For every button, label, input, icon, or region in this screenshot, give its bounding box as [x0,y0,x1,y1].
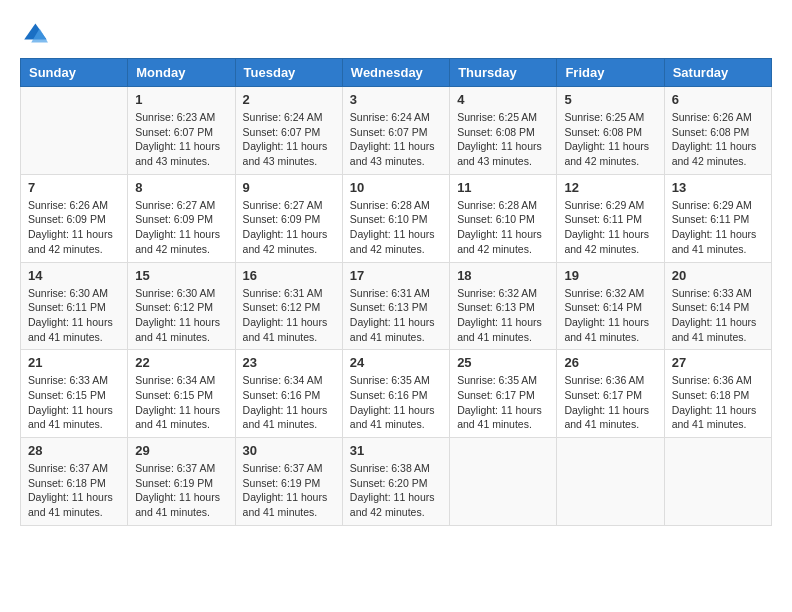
day-info: Sunrise: 6:34 AMSunset: 6:16 PMDaylight:… [243,373,335,432]
day-number: 17 [350,268,442,283]
day-info: Sunrise: 6:31 AMSunset: 6:12 PMDaylight:… [243,286,335,345]
day-info: Sunrise: 6:28 AMSunset: 6:10 PMDaylight:… [350,198,442,257]
calendar-cell: 12 Sunrise: 6:29 AMSunset: 6:11 PMDaylig… [557,174,664,262]
header-row: SundayMondayTuesdayWednesdayThursdayFrid… [21,59,772,87]
day-number: 23 [243,355,335,370]
calendar-cell: 6 Sunrise: 6:26 AMSunset: 6:08 PMDayligh… [664,87,771,175]
calendar-cell: 2 Sunrise: 6:24 AMSunset: 6:07 PMDayligh… [235,87,342,175]
day-number: 9 [243,180,335,195]
day-info: Sunrise: 6:33 AMSunset: 6:14 PMDaylight:… [672,286,764,345]
week-row-5: 28 Sunrise: 6:37 AMSunset: 6:18 PMDaylig… [21,438,772,526]
day-number: 3 [350,92,442,107]
day-info: Sunrise: 6:37 AMSunset: 6:19 PMDaylight:… [243,461,335,520]
calendar-cell: 4 Sunrise: 6:25 AMSunset: 6:08 PMDayligh… [450,87,557,175]
week-row-1: 1 Sunrise: 6:23 AMSunset: 6:07 PMDayligh… [21,87,772,175]
calendar-cell: 20 Sunrise: 6:33 AMSunset: 6:14 PMDaylig… [664,262,771,350]
day-info: Sunrise: 6:25 AMSunset: 6:08 PMDaylight:… [564,110,656,169]
calendar-cell: 5 Sunrise: 6:25 AMSunset: 6:08 PMDayligh… [557,87,664,175]
calendar-table: SundayMondayTuesdayWednesdayThursdayFrid… [20,58,772,526]
day-number: 30 [243,443,335,458]
day-number: 19 [564,268,656,283]
day-number: 20 [672,268,764,283]
calendar-cell: 25 Sunrise: 6:35 AMSunset: 6:17 PMDaylig… [450,350,557,438]
calendar-cell: 9 Sunrise: 6:27 AMSunset: 6:09 PMDayligh… [235,174,342,262]
day-number: 26 [564,355,656,370]
day-info: Sunrise: 6:25 AMSunset: 6:08 PMDaylight:… [457,110,549,169]
day-info: Sunrise: 6:28 AMSunset: 6:10 PMDaylight:… [457,198,549,257]
calendar-cell: 29 Sunrise: 6:37 AMSunset: 6:19 PMDaylig… [128,438,235,526]
day-info: Sunrise: 6:23 AMSunset: 6:07 PMDaylight:… [135,110,227,169]
day-number: 29 [135,443,227,458]
day-info: Sunrise: 6:26 AMSunset: 6:08 PMDaylight:… [672,110,764,169]
calendar-cell: 7 Sunrise: 6:26 AMSunset: 6:09 PMDayligh… [21,174,128,262]
day-number: 7 [28,180,120,195]
calendar-cell: 19 Sunrise: 6:32 AMSunset: 6:14 PMDaylig… [557,262,664,350]
calendar-cell: 16 Sunrise: 6:31 AMSunset: 6:12 PMDaylig… [235,262,342,350]
day-info: Sunrise: 6:26 AMSunset: 6:09 PMDaylight:… [28,198,120,257]
calendar-cell [664,438,771,526]
calendar-cell [21,87,128,175]
day-info: Sunrise: 6:34 AMSunset: 6:15 PMDaylight:… [135,373,227,432]
header-day-thursday: Thursday [450,59,557,87]
day-number: 27 [672,355,764,370]
header-day-monday: Monday [128,59,235,87]
day-info: Sunrise: 6:29 AMSunset: 6:11 PMDaylight:… [672,198,764,257]
logo [20,20,52,48]
day-info: Sunrise: 6:27 AMSunset: 6:09 PMDaylight:… [243,198,335,257]
calendar-cell: 28 Sunrise: 6:37 AMSunset: 6:18 PMDaylig… [21,438,128,526]
calendar-cell: 24 Sunrise: 6:35 AMSunset: 6:16 PMDaylig… [342,350,449,438]
calendar-cell: 17 Sunrise: 6:31 AMSunset: 6:13 PMDaylig… [342,262,449,350]
day-info: Sunrise: 6:33 AMSunset: 6:15 PMDaylight:… [28,373,120,432]
day-number: 6 [672,92,764,107]
calendar-cell: 23 Sunrise: 6:34 AMSunset: 6:16 PMDaylig… [235,350,342,438]
header-day-tuesday: Tuesday [235,59,342,87]
calendar-cell: 22 Sunrise: 6:34 AMSunset: 6:15 PMDaylig… [128,350,235,438]
day-number: 16 [243,268,335,283]
day-info: Sunrise: 6:24 AMSunset: 6:07 PMDaylight:… [350,110,442,169]
calendar-cell: 11 Sunrise: 6:28 AMSunset: 6:10 PMDaylig… [450,174,557,262]
day-info: Sunrise: 6:27 AMSunset: 6:09 PMDaylight:… [135,198,227,257]
day-info: Sunrise: 6:35 AMSunset: 6:16 PMDaylight:… [350,373,442,432]
header-day-wednesday: Wednesday [342,59,449,87]
day-number: 18 [457,268,549,283]
week-row-3: 14 Sunrise: 6:30 AMSunset: 6:11 PMDaylig… [21,262,772,350]
calendar-cell: 10 Sunrise: 6:28 AMSunset: 6:10 PMDaylig… [342,174,449,262]
day-info: Sunrise: 6:32 AMSunset: 6:14 PMDaylight:… [564,286,656,345]
week-row-4: 21 Sunrise: 6:33 AMSunset: 6:15 PMDaylig… [21,350,772,438]
calendar-body: 1 Sunrise: 6:23 AMSunset: 6:07 PMDayligh… [21,87,772,526]
calendar-cell [557,438,664,526]
calendar-cell: 15 Sunrise: 6:30 AMSunset: 6:12 PMDaylig… [128,262,235,350]
day-info: Sunrise: 6:31 AMSunset: 6:13 PMDaylight:… [350,286,442,345]
calendar-cell: 31 Sunrise: 6:38 AMSunset: 6:20 PMDaylig… [342,438,449,526]
logo-icon [20,20,48,48]
day-number: 24 [350,355,442,370]
day-number: 25 [457,355,549,370]
day-info: Sunrise: 6:37 AMSunset: 6:18 PMDaylight:… [28,461,120,520]
day-info: Sunrise: 6:30 AMSunset: 6:12 PMDaylight:… [135,286,227,345]
day-number: 11 [457,180,549,195]
header-day-friday: Friday [557,59,664,87]
calendar-cell: 14 Sunrise: 6:30 AMSunset: 6:11 PMDaylig… [21,262,128,350]
calendar-cell: 1 Sunrise: 6:23 AMSunset: 6:07 PMDayligh… [128,87,235,175]
day-info: Sunrise: 6:24 AMSunset: 6:07 PMDaylight:… [243,110,335,169]
day-number: 5 [564,92,656,107]
day-number: 4 [457,92,549,107]
calendar-cell: 3 Sunrise: 6:24 AMSunset: 6:07 PMDayligh… [342,87,449,175]
day-info: Sunrise: 6:29 AMSunset: 6:11 PMDaylight:… [564,198,656,257]
day-number: 10 [350,180,442,195]
day-number: 21 [28,355,120,370]
page-header [20,20,772,48]
header-day-saturday: Saturday [664,59,771,87]
calendar-cell: 8 Sunrise: 6:27 AMSunset: 6:09 PMDayligh… [128,174,235,262]
calendar-cell: 21 Sunrise: 6:33 AMSunset: 6:15 PMDaylig… [21,350,128,438]
calendar-cell: 26 Sunrise: 6:36 AMSunset: 6:17 PMDaylig… [557,350,664,438]
day-info: Sunrise: 6:38 AMSunset: 6:20 PMDaylight:… [350,461,442,520]
header-day-sunday: Sunday [21,59,128,87]
calendar-cell: 13 Sunrise: 6:29 AMSunset: 6:11 PMDaylig… [664,174,771,262]
calendar-header: SundayMondayTuesdayWednesdayThursdayFrid… [21,59,772,87]
calendar-cell [450,438,557,526]
day-info: Sunrise: 6:35 AMSunset: 6:17 PMDaylight:… [457,373,549,432]
day-number: 31 [350,443,442,458]
day-number: 22 [135,355,227,370]
day-number: 13 [672,180,764,195]
